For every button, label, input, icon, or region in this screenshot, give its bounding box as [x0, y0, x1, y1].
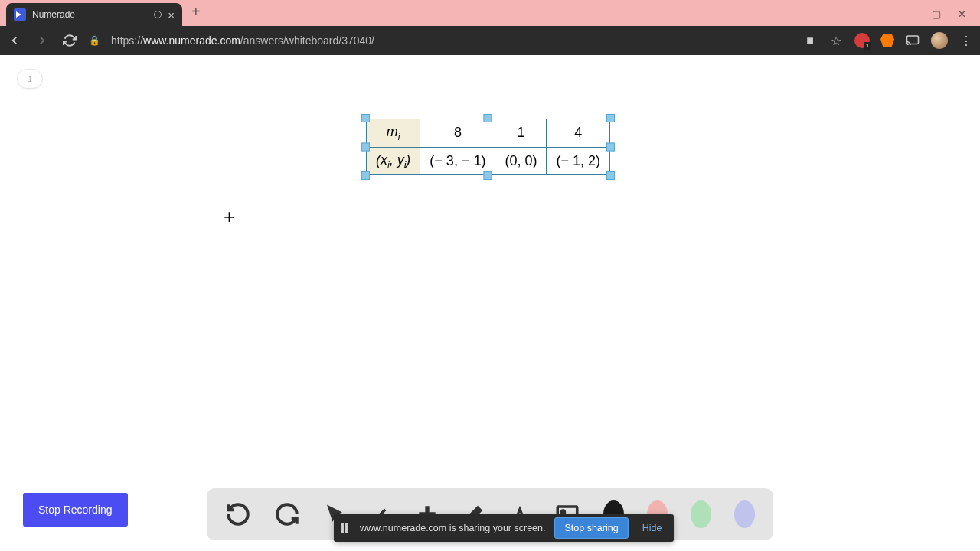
- math-table: mi 8 1 4 (xi, yi) (− 3, − 1) (0, 0) (− 1…: [366, 119, 610, 175]
- lock-icon[interactable]: 🔒: [89, 35, 100, 46]
- close-window-icon[interactable]: ✕: [958, 8, 966, 20]
- table-row: (xi, yi) (− 3, − 1) (0, 0) (− 1, 2): [367, 147, 610, 175]
- minimize-icon[interactable]: —: [905, 8, 915, 20]
- window-controls: — ▢ ✕: [905, 8, 980, 26]
- resize-handle-tl[interactable]: [361, 114, 370, 122]
- tab-loading-indicator: [154, 11, 162, 18]
- menu-icon[interactable]: ⋮: [959, 33, 974, 48]
- back-button[interactable]: [6, 32, 23, 49]
- color-purple[interactable]: [734, 500, 755, 528]
- profile-avatar[interactable]: [931, 32, 948, 49]
- url-protocol: https://: [111, 34, 143, 47]
- extension-1-icon[interactable]: [854, 33, 870, 48]
- extension-2-icon[interactable]: [880, 34, 894, 47]
- row1-header: mi: [367, 119, 420, 148]
- tab-close-icon[interactable]: ×: [168, 8, 175, 21]
- pause-icon[interactable]: [341, 523, 351, 533]
- camera-icon[interactable]: ■: [802, 33, 818, 48]
- hide-share-bar-button[interactable]: Hide: [638, 523, 667, 533]
- url-path: /answers/whiteboard/37040/: [240, 34, 374, 47]
- stop-recording-button[interactable]: Stop Recording: [23, 493, 128, 527]
- toolbar-right: ■ ☆ ⋮: [802, 32, 974, 49]
- resize-handle-ml[interactable]: [361, 143, 370, 152]
- share-message: www.numerade.com is sharing your screen.: [360, 523, 545, 533]
- table-cell: 4: [547, 119, 610, 148]
- stop-sharing-button[interactable]: Stop sharing: [554, 517, 628, 539]
- browser-address-bar: 🔒 https://www.numerade.com/answers/white…: [0, 26, 980, 55]
- crosshair-cursor: +: [224, 205, 235, 229]
- table-cell: (0, 0): [495, 147, 547, 175]
- table-cell: (− 3, − 1): [420, 147, 495, 175]
- forward-button[interactable]: [34, 32, 51, 49]
- resize-handle-tr[interactable]: [606, 114, 615, 122]
- page-content: 1 mi 8 1 4 (xi, yi) (− 3, − 1) (0, 0) (−…: [0, 55, 980, 551]
- resize-handle-tm[interactable]: [484, 114, 492, 122]
- tab-favicon: [14, 8, 26, 21]
- cast-icon[interactable]: [905, 33, 920, 48]
- resize-handle-br[interactable]: [606, 171, 615, 180]
- row2-header: (xi, yi): [367, 147, 420, 175]
- maximize-icon[interactable]: ▢: [932, 8, 941, 20]
- redo-button[interactable]: [274, 500, 300, 528]
- screen-share-bar: www.numerade.com is sharing your screen.…: [334, 514, 674, 542]
- slide-number-badge[interactable]: 1: [17, 69, 43, 89]
- svg-rect-0: [907, 36, 919, 44]
- resize-handle-bm[interactable]: [484, 171, 492, 180]
- resize-handle-bl[interactable]: [361, 171, 370, 180]
- table-cell: 8: [420, 119, 495, 148]
- table-cell: 1: [495, 119, 547, 148]
- browser-tab[interactable]: Numerade ×: [6, 3, 182, 26]
- bookmark-star-icon[interactable]: ☆: [828, 33, 844, 48]
- new-tab-button[interactable]: +: [182, 3, 210, 21]
- reload-button[interactable]: [61, 32, 78, 49]
- color-green[interactable]: [691, 500, 711, 528]
- resize-handle-mr[interactable]: [606, 143, 615, 152]
- table-row: mi 8 1 4: [367, 119, 610, 148]
- selected-table-object[interactable]: mi 8 1 4 (xi, yi) (− 3, − 1) (0, 0) (− 1…: [366, 119, 610, 175]
- table-cell: (− 1, 2): [547, 147, 610, 175]
- browser-titlebar: Numerade × + — ▢ ✕: [0, 0, 980, 26]
- tab-title: Numerade: [32, 9, 148, 20]
- url-display[interactable]: https://www.numerade.com/answers/whitebo…: [111, 34, 792, 47]
- undo-button[interactable]: [225, 500, 251, 528]
- url-domain: www.numerade.com: [143, 34, 240, 47]
